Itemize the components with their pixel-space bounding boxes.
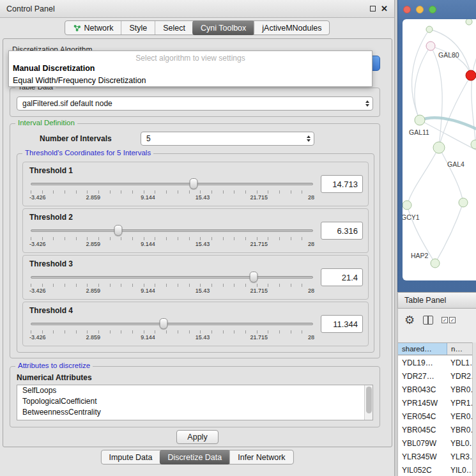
table-row[interactable]: YDL19… YDL1…	[398, 356, 472, 369]
table-scrollbar[interactable]	[472, 342, 476, 476]
threshold-value-field[interactable]: 6.316	[321, 222, 363, 240]
slider-track	[31, 229, 313, 232]
number-of-intervals-combobox[interactable]: 5	[141, 132, 314, 146]
float-window-icon[interactable]	[370, 6, 376, 12]
network-node-gal11[interactable]	[415, 115, 425, 125]
cell-name: YPR1…	[447, 399, 472, 408]
list-item[interactable]: BetweennessCentrality	[17, 407, 372, 418]
tab-select[interactable]: Select	[155, 21, 193, 35]
tick-label: -3.426	[29, 194, 46, 201]
columns-icon[interactable]	[423, 316, 433, 325]
node-label: GCY1	[403, 213, 420, 221]
desktop: Control Panel ✕ Network	[0, 0, 476, 476]
cell-name: YBR0…	[447, 385, 472, 394]
close-traffic-light-icon[interactable]	[403, 6, 411, 13]
tab-cyni-toolbox-label: Cyni Toolbox	[201, 24, 246, 33]
scrollbar-thumb[interactable]	[366, 387, 372, 413]
tab-jactivemnodules[interactable]: jActiveMNodules	[254, 21, 329, 35]
cell-name: YDL1…	[447, 358, 472, 367]
network-node-selected[interactable]	[466, 70, 476, 81]
tick-label: 9.144	[141, 334, 155, 341]
node-label: GAL4	[447, 160, 464, 168]
list-scrollbar[interactable]	[364, 385, 372, 420]
dropdown-option-equal-width[interactable]: Equal Width/Frequency Discretization	[9, 75, 372, 87]
threshold-label: Threshold 3	[29, 259, 314, 268]
node-label: GAL80	[438, 51, 459, 59]
slider-track	[31, 183, 313, 185]
slider-ticks	[31, 190, 313, 194]
slider-handle[interactable]	[250, 272, 258, 282]
table-row[interactable]: YLR345W YLR3…	[398, 450, 472, 463]
threshold-slider[interactable]	[31, 178, 313, 189]
table-row[interactable]: YIL052C YIL0…	[398, 463, 472, 476]
list-item[interactable]: SelfLoops	[17, 385, 372, 396]
slider-handle[interactable]	[114, 225, 123, 236]
network-icon	[73, 24, 81, 32]
tab-cyni-toolbox[interactable]: Cyni Toolbox	[192, 20, 254, 35]
threshold-label: Threshold 4	[29, 306, 314, 315]
checkbox-icon: ✓	[441, 317, 448, 323]
table-row[interactable]: YBL079W YBL0…	[398, 436, 472, 450]
column-header-shared-name[interactable]: shared…	[398, 343, 447, 355]
threshold-slider-area: Threshold 4 -3.426 2.859 9.144 15.43	[23, 302, 321, 346]
tab-impute-data[interactable]: Impute Data	[101, 450, 160, 464]
zoom-traffic-light-icon[interactable]	[429, 6, 436, 13]
network-node[interactable]	[466, 19, 472, 25]
slider-track	[31, 323, 313, 325]
checkbox-icon: ✓	[449, 317, 456, 323]
threshold-slider-area: Threshold 1 -3.426 2.859 9.144 15.43	[23, 162, 321, 206]
threshold-value-field[interactable]: 14.713	[321, 175, 363, 193]
table-data-group: Table Data galFiltered.sif default node	[10, 88, 380, 117]
table-header-row: shared… n…	[398, 342, 472, 355]
tick-label: -3.426	[29, 288, 46, 294]
slider-handle[interactable]	[159, 318, 167, 329]
table-data-combobox[interactable]: galFiltered.sif default node	[17, 96, 373, 111]
network-node-gcy1[interactable]	[403, 201, 411, 210]
network-graph: GAL80 GAL11 GAL4 GCY1 HAP2	[403, 19, 476, 280]
dropdown-placeholder: Select algorithm to view settings	[9, 51, 372, 63]
network-node-gal4[interactable]	[433, 142, 445, 153]
tab-infer-network-label: Infer Network	[238, 453, 285, 462]
tab-style[interactable]: Style	[121, 21, 155, 35]
select-columns-icon[interactable]: ✓ ✓	[441, 317, 456, 323]
table-row[interactable]: YBR045C YBR0…	[398, 423, 472, 436]
column-header-name[interactable]: n…	[447, 343, 472, 355]
slider-handle[interactable]	[190, 178, 198, 189]
table-row[interactable]: YPR145W YPR1…	[398, 396, 472, 410]
minimize-traffic-light-icon[interactable]	[416, 6, 424, 13]
threshold-slider[interactable]	[31, 318, 313, 329]
tab-discretize-data[interactable]: Discretize Data	[160, 450, 231, 464]
tab-style-label: Style	[129, 24, 147, 33]
table-row[interactable]: YER054C YER0…	[398, 410, 472, 423]
network-node-hap2[interactable]	[431, 259, 440, 268]
network-node[interactable]	[426, 26, 433, 33]
tab-select-label: Select	[163, 24, 185, 33]
dropdown-option-manual[interactable]: Manual Discretization	[9, 63, 372, 75]
list-item[interactable]: TopologicalCoefficient	[17, 396, 372, 407]
table-row[interactable]: YDR27… YDR2…	[398, 369, 472, 383]
threshold-slider[interactable]	[31, 224, 313, 236]
table-row[interactable]: YBR043C YBR0…	[398, 383, 472, 396]
tick-label: -3.426	[29, 241, 46, 247]
slider-tick-labels: -3.426 2.859 9.144 15.43 21.715 28	[29, 288, 314, 294]
number-of-intervals-label: Number of Intervals	[40, 134, 112, 143]
gear-icon[interactable]: ⚙	[404, 314, 415, 326]
apply-button[interactable]: Apply	[176, 430, 219, 444]
threshold-slider[interactable]	[31, 271, 313, 282]
threshold-value-field[interactable]: 21.4	[321, 268, 363, 286]
network-node[interactable]	[459, 198, 468, 207]
network-canvas[interactable]: GAL80 GAL11 GAL4 GCY1 HAP2	[403, 19, 476, 280]
close-icon[interactable]: ✕	[381, 4, 388, 13]
cell-shared-name: YBR045C	[398, 426, 447, 434]
tab-infer-network[interactable]: Infer Network	[229, 450, 293, 464]
tick-label: -3.426	[29, 334, 46, 341]
slider-ticks	[31, 237, 313, 240]
cell-name: YIL0…	[447, 466, 472, 475]
numerical-attributes-label: Numerical Attributes	[17, 373, 92, 382]
slider-ticks	[31, 330, 313, 334]
tab-network[interactable]: Network	[65, 21, 121, 35]
numerical-attributes-list: SelfLoops TopologicalCoefficient Between…	[17, 385, 373, 420]
network-node-gal80[interactable]	[426, 42, 435, 50]
combobox-stepper-icon	[362, 100, 372, 107]
threshold-value-field[interactable]: 11.344	[321, 315, 363, 333]
